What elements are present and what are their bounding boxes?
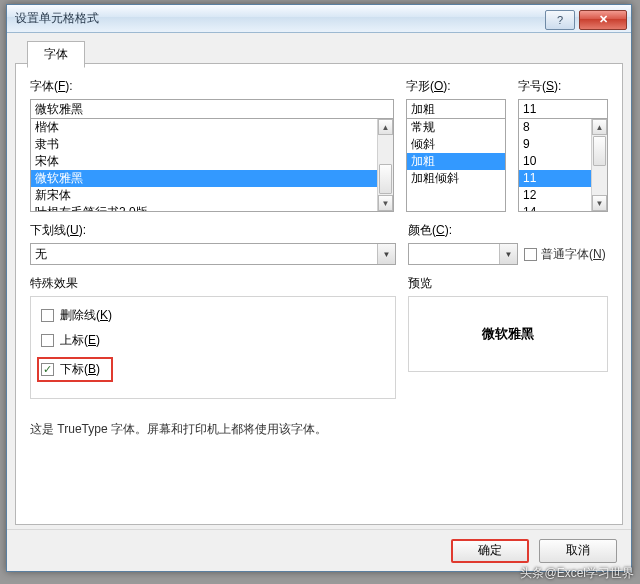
cancel-button[interactable]: 取消	[539, 539, 617, 563]
style-input[interactable]: 加粗	[406, 99, 506, 119]
font-input[interactable]: 微软雅黑	[30, 99, 394, 119]
preview-box: 微软雅黑	[408, 296, 608, 372]
scroll-up-icon[interactable]: ▲	[378, 119, 393, 135]
font-listbox[interactable]: 楷体 隶书 宋体 微软雅黑 新宋体 叶根友毛笔行书2.0版 ▲ ▼	[30, 118, 394, 212]
size-option[interactable]: 12	[519, 187, 591, 204]
style-option[interactable]: 倾斜	[407, 136, 505, 153]
font-scrollbar[interactable]: ▲ ▼	[377, 119, 393, 211]
underline-label: 下划线(U):	[30, 222, 396, 239]
strikethrough-checkbox[interactable]: 删除线(K)	[41, 307, 385, 324]
font-option[interactable]: 叶根友毛笔行书2.0版	[31, 204, 377, 212]
font-panel: 字体(F): 微软雅黑 楷体 隶书 宋体 微软雅黑 新宋体 叶根友毛笔行书2.0…	[15, 63, 623, 525]
size-listbox[interactable]: 8 9 10 11 12 14 ▲ ▼	[518, 118, 608, 212]
subscript-label: 下标(B)	[60, 361, 100, 378]
checkbox-icon	[41, 309, 54, 322]
strikethrough-label: 删除线(K)	[60, 307, 112, 324]
size-label: 字号(S):	[518, 78, 608, 95]
scroll-thumb[interactable]	[379, 164, 392, 194]
format-cells-dialog: 设置单元格格式 ? ✕ 字体 字体(F): 微软雅黑 楷体 隶书 宋体 微软雅黑	[6, 4, 632, 572]
tab-font[interactable]: 字体	[27, 41, 85, 68]
size-scrollbar[interactable]: ▲ ▼	[591, 119, 607, 211]
help-button[interactable]: ?	[545, 10, 575, 30]
chevron-down-icon[interactable]: ▼	[499, 244, 517, 264]
close-button[interactable]: ✕	[579, 10, 627, 30]
font-label: 字体(F):	[30, 78, 394, 95]
titlebar[interactable]: 设置单元格格式 ? ✕	[7, 5, 631, 33]
size-option[interactable]: 8	[519, 119, 591, 136]
style-option[interactable]: 加粗	[407, 153, 505, 170]
font-option[interactable]: 新宋体	[31, 187, 377, 204]
watermark: 头条@Excel学习世界	[520, 565, 634, 582]
size-option[interactable]: 14	[519, 204, 591, 212]
normal-font-label: 普通字体(N)	[541, 246, 606, 263]
size-input[interactable]: 11	[518, 99, 608, 119]
checkbox-icon	[41, 334, 54, 347]
font-option[interactable]: 隶书	[31, 136, 377, 153]
scroll-up-icon[interactable]: ▲	[592, 119, 607, 135]
size-option[interactable]: 11	[519, 170, 591, 187]
ok-button[interactable]: 确定	[451, 539, 529, 563]
color-dropdown[interactable]: ▼	[408, 243, 518, 265]
subscript-checkbox[interactable]: 下标(B)	[37, 357, 113, 382]
superscript-checkbox[interactable]: 上标(E)	[41, 332, 385, 349]
chevron-down-icon[interactable]: ▼	[377, 244, 395, 264]
scroll-down-icon[interactable]: ▼	[378, 195, 393, 211]
style-option[interactable]: 加粗倾斜	[407, 170, 505, 187]
normal-font-checkbox[interactable]: 普通字体(N)	[524, 246, 606, 263]
size-option[interactable]: 10	[519, 153, 591, 170]
font-option[interactable]: 微软雅黑	[31, 170, 377, 187]
window-title: 设置单元格格式	[15, 10, 99, 27]
truetype-note: 这是 TrueType 字体。屏幕和打印机上都将使用该字体。	[30, 421, 608, 438]
effects-label: 特殊效果	[30, 275, 396, 292]
style-option[interactable]: 常规	[407, 119, 505, 136]
preview-label: 预览	[408, 275, 608, 292]
size-option[interactable]: 9	[519, 136, 591, 153]
client-area: 字体 字体(F): 微软雅黑 楷体 隶书 宋体 微软雅黑 新宋体 叶根友毛笔行书…	[15, 41, 623, 525]
window-buttons: ? ✕	[545, 8, 631, 30]
scroll-down-icon[interactable]: ▼	[592, 195, 607, 211]
checkbox-checked-icon	[41, 363, 54, 376]
checkbox-icon	[524, 248, 537, 261]
font-option[interactable]: 宋体	[31, 153, 377, 170]
scroll-thumb[interactable]	[593, 136, 606, 166]
style-listbox[interactable]: 常规 倾斜 加粗 加粗倾斜	[406, 118, 506, 212]
preview-sample: 微软雅黑	[482, 325, 534, 343]
effects-group: 删除线(K) 上标(E) 下标(B)	[30, 296, 396, 399]
underline-value: 无	[31, 246, 377, 263]
color-label: 颜色(C):	[408, 222, 608, 239]
style-label: 字形(O):	[406, 78, 506, 95]
font-option[interactable]: 楷体	[31, 119, 377, 136]
underline-dropdown[interactable]: 无 ▼	[30, 243, 396, 265]
superscript-label: 上标(E)	[60, 332, 100, 349]
